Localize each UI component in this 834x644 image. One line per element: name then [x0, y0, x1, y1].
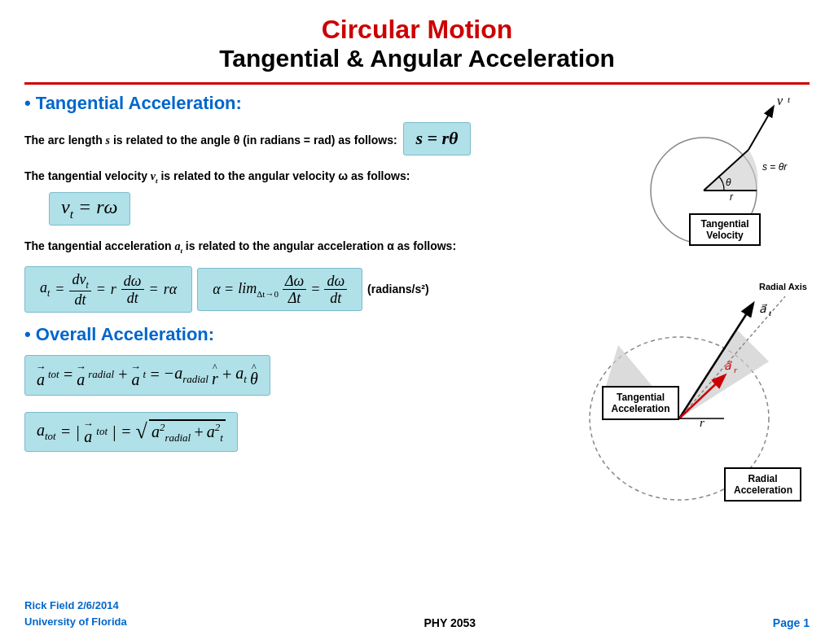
formula-vt-romega: vt = rω: [49, 192, 130, 226]
tangential-vel-text: The tangential velocity vt is related to…: [24, 169, 565, 186]
title-tangential: Tangential & Angular Acceleration: [24, 45, 810, 72]
footer: Rick Field 2/6/2014 University of Florid…: [24, 598, 810, 629]
svg-text:s = θr: s = θr: [762, 161, 788, 173]
formula-alpha: α = limΔt→0 Δω Δt = dω dt: [197, 268, 362, 311]
tangential-velocity-box: Tangential Velocity: [689, 213, 761, 246]
heading-tangential: Tangential Acceleration:: [24, 93, 565, 114]
svg-line-6: [748, 107, 773, 150]
section-overall: Overall Acceleration: → a tot = →: [24, 324, 565, 457]
svg-text:θ: θ: [726, 177, 731, 188]
svg-text:t: t: [788, 94, 791, 104]
radial-acceleration-box: Radial Acceleration: [724, 467, 801, 502]
footer-author: Rick Field 2/6/2014 University of Florid…: [24, 598, 127, 629]
page: Circular Motion Tangential & Angular Acc…: [0, 0, 834, 644]
section-tangential: Tangential Acceleration: The arc length …: [24, 93, 565, 318]
tangential-acc-text: The tangential acceleration at is relate…: [24, 239, 565, 256]
svg-text:t: t: [769, 308, 772, 318]
svg-text:a⃗: a⃗: [724, 360, 732, 372]
svg-text:a⃗: a⃗: [759, 303, 767, 315]
header: Circular Motion Tangential & Angular Acc…: [24, 0, 810, 77]
title-circular-motion: Circular Motion: [24, 15, 810, 45]
formula-s-rtheta: s = rθ: [403, 122, 470, 156]
formula-atot-vector: → a tot = → a radial +: [24, 355, 270, 396]
svg-text:Radial Axis: Radial Axis: [759, 282, 807, 291]
formula-at-full: at = dvt dt = r dω dt: [24, 266, 192, 313]
tangential-acceleration-box: Tangential Acceleration: [602, 386, 679, 420]
heading-overall: Overall Acceleration:: [24, 324, 565, 345]
formula-atot-magnitude: atot = | → a tot | =: [24, 412, 238, 452]
arc-length-text: The arc length s is related to the angle…: [24, 119, 565, 162]
radians-label: (radians/s²): [367, 283, 428, 296]
svg-text:v: v: [777, 94, 784, 107]
footer-course: PHY 2053: [424, 616, 476, 629]
svg-text:r: r: [734, 365, 738, 375]
footer-page: Page 1: [773, 616, 810, 629]
svg-text:r: r: [730, 191, 734, 203]
divider-line: [24, 82, 810, 85]
